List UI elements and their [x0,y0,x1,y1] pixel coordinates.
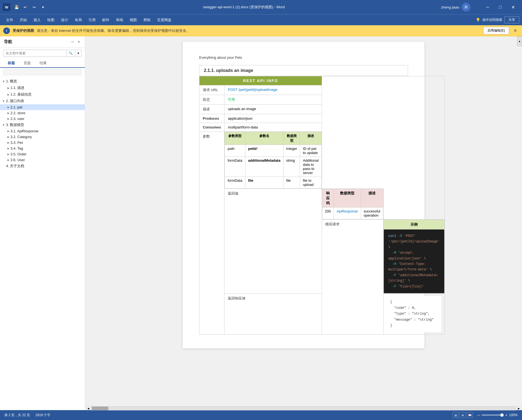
tab-pages[interactable]: 页面 [19,59,35,68]
tree-item-store[interactable]: ▶ 2.2. store [0,110,85,116]
tree-item-about[interactable]: 4. 关于文档 [0,163,85,169]
menu-draw[interactable]: 绘图 [44,16,58,24]
protected-badge: 受保护的视图 [13,28,34,33]
document-area[interactable]: ▲ Everything about your Pets 2.1.1. uplo… [85,36,522,410]
view-web-btn[interactable]: ⊞ [460,412,466,418]
page-info: 第 2 页，共 22 页 [4,413,30,418]
quick-access-toolbar: 💾 ↩ ↪ ▾ [13,3,47,11]
menu-mail[interactable]: 邮件 [99,16,113,24]
tree-item-datamodels[interactable]: ▼ 3. 数据模型 [0,122,85,128]
params-label: 参数 [199,132,224,335]
code-method: -X [398,234,404,238]
user-avatar[interactable]: ZI [462,3,470,12]
tab-headings[interactable]: 标题 [3,59,19,68]
tree-item-user[interactable]: ▶ 2.3. user [0,116,85,122]
dot-icon: ▶ [7,153,10,156]
sidebar-close-btn[interactable]: × [77,39,81,44]
tree-item-category[interactable]: ▶ 3.2. Category [0,134,85,140]
tree-item-user-model[interactable]: ▶ 3.6. User [0,157,85,163]
share-btn[interactable]: 共享 [504,16,519,23]
response-body: { "code" : 0, "type" : "string", "messag… [387,296,441,332]
apiresponse-link[interactable]: ApiResponse [337,209,358,213]
returns-col-datatype: 数据类型 [334,189,361,208]
menu-references[interactable]: 引用 [85,16,99,24]
table-row-consumes: Consumes multipart/form-data [199,123,445,132]
user-area: zheng jiaao ZI [441,3,471,12]
tree-label: 3. 数据模型 [6,122,24,127]
params-container: 参数类型 参数名 数据类型 描述 path petId* [224,132,322,189]
tree-label: 1. 概览 [6,79,17,84]
save-btn[interactable]: 💾 [13,3,20,11]
search-dropdown-btn[interactable]: ▾ [75,50,81,56]
status-label: 状态 [199,95,224,105]
menu-view[interactable]: 视图 [126,16,140,24]
mock-container: 示例 curl -X [384,220,445,294]
search-label[interactable]: 操作说明搜索 [482,18,502,22]
tree-item-basicinfo[interactable]: ▶ 1.2. 基础信息 [0,91,85,98]
scroll-right-btn[interactable]: ▶ [515,407,522,410]
curl-cell: curl -X 'POST' '/pet/{petId}/uploadImage… [384,229,444,293]
dot-icon: ▶ [7,111,10,114]
params-subheader: 参数类型 参数名 数据类型 描述 [225,132,321,145]
scroll-up-btn[interactable]: ▲ [517,36,522,46]
table-row-url: 请求 URL POST /pet/{petId}/uploadImage [199,85,445,95]
status-bar: 第 2 页，共 22 页 2819 个字 ▤ ⊞ 📖 ─ + 100% [0,410,522,420]
status-right: ▤ ⊞ 📖 ─ + 100% [452,412,518,418]
menu-baidu[interactable]: 百度网盘 [154,16,175,24]
response-body-cell: { "code" : 0, "type" : "string", "messag… [384,293,445,334]
return-desc-200: successful operation [361,208,383,219]
sidebar: 导航 ─ × 🔍 ▾ 标题 页面 结果 ▼ 1. 概览 [0,36,85,410]
scroll-thumb[interactable] [92,407,108,410]
tree-label: 3.1. ApiResponse [10,129,38,133]
zoom-slider[interactable] [482,415,504,416]
menu-home[interactable]: 开始 [16,16,30,24]
tab-results[interactable]: 结果 [35,59,51,68]
arrow-icon: ▼ [2,124,6,127]
sidebar-pin-btn[interactable]: ─ [70,39,75,44]
menu-insert[interactable]: 插入 [30,16,44,24]
maximize-btn[interactable]: □ [494,0,507,14]
menu-file[interactable]: 文件 [3,16,16,24]
param-type-formdata2: formData [225,177,245,189]
undo-btn[interactable]: ↩ [21,3,29,11]
horizontal-scrollbar[interactable]: ◀ ▶ [85,406,522,410]
status-value: 可用 [224,95,322,105]
table-row-returns: 返回值 响应码 数据类型 描述 [199,189,445,220]
menu-layout[interactable]: 布局 [71,16,85,24]
tree-item-interfaces[interactable]: ▼ 2. 接口列表 [0,98,85,104]
menu-help[interactable]: 帮助 [140,16,154,24]
minimize-btn[interactable]: ─ [481,0,494,14]
tree-item-pet[interactable]: ▶ 2.1. pet [0,104,85,110]
close-btn[interactable]: ✕ [507,0,519,14]
params-col-type: 参数类型 [225,132,245,145]
view-read-btn[interactable]: 📖 [467,412,473,418]
curl-code-block: curl -X 'POST' '/pet/{petId}/uploadImage… [384,229,444,293]
returns-col-desc: 描述 [361,189,383,208]
enable-editing-btn[interactable]: 启用编辑(E) [483,27,509,34]
api-table: REST API INFO 请求 URL POST /pet/{petId}/u… [199,76,445,335]
code-h2: -H [388,262,398,266]
table-row-desc: 描述 uploads an image [199,105,445,114]
code-bs2: \ [424,257,426,261]
view-print-btn[interactable]: ▤ [452,412,459,418]
tree-label: 3.3. Pet [10,141,23,145]
tree-item-tag[interactable]: ▶ 3.4. Tag [0,145,85,151]
sidebar-header-buttons: ─ × [70,39,81,44]
tree-item-apiresponse[interactable]: ▶ 3.1. ApiResponse [0,128,85,134]
menu-design[interactable]: 设计 [58,16,71,24]
tree-item-overview[interactable]: ▼ 1. 概览 [0,78,85,85]
tree-item-order[interactable]: ▶ 3.5. Order [0,151,85,157]
zoom-out-btn[interactable]: ─ [477,413,480,417]
menu-review[interactable]: 审阅 [113,16,126,24]
tree-item-pet-model[interactable]: ▶ 3.3. Pet [0,140,85,145]
search-input[interactable] [4,50,66,57]
tree-item-describe[interactable]: ▶ 1.1. 描述 [0,85,85,91]
more-btn[interactable]: ▾ [39,3,47,11]
zoom-in-btn[interactable]: + [505,413,507,417]
search-submit-btn[interactable]: 🔍 [66,50,75,56]
curl-text: curl [388,234,396,238]
scroll-left-btn[interactable]: ◀ [85,407,92,410]
close-protected-bar-btn[interactable]: ✕ [512,27,519,34]
param-row-file: formData file file file to upload [225,177,321,189]
redo-btn[interactable]: ↪ [30,3,38,11]
